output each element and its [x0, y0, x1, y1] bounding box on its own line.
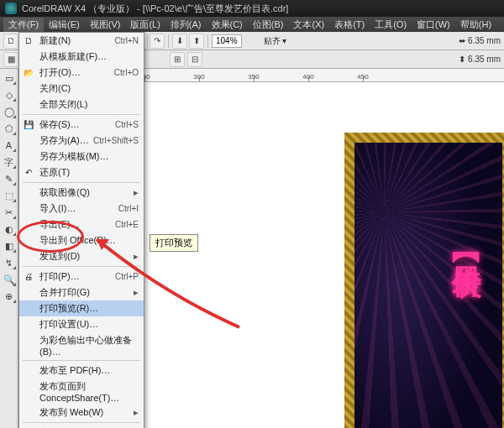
- file-menu-item-18[interactable]: 合并打印(G)▸: [19, 284, 144, 300]
- zoom-level[interactable]: 104%: [212, 34, 242, 48]
- toolbox-tool-10[interactable]: ◧: [2, 238, 17, 253]
- file-menu-item-12[interactable]: 导入(I)…Ctrl+I: [19, 201, 144, 217]
- menu-item-label: 发送到(D): [39, 250, 80, 263]
- file-menu-item-25[interactable]: 发布到 Web(W)▸: [19, 405, 144, 420]
- file-menu-item-6[interactable]: 💾保存(S)…Ctrl+S: [19, 117, 144, 133]
- toolbox-tool-6[interactable]: ✎: [2, 171, 17, 186]
- menu-item-label: 为彩色输出中心做准备(B)…: [39, 334, 139, 357]
- menu-item-icon: ↶: [23, 167, 34, 179]
- file-menu-item-19[interactable]: 打印预览(R)…: [19, 300, 144, 316]
- app-logo-icon: [5, 3, 17, 14]
- file-menu-item-14[interactable]: 导出到 Office(R)…: [19, 232, 144, 248]
- menu-item-icon: [23, 203, 34, 215]
- file-menu-item-0[interactable]: 🗋新建(N)Ctrl+N: [19, 33, 144, 49]
- file-menu-item-7[interactable]: 另存为(A)…Ctrl+Shift+S: [19, 133, 144, 149]
- file-menu-item-2[interactable]: 📂打开(O)…Ctrl+O: [19, 65, 144, 81]
- toolbox-tool-12[interactable]: 🔍: [2, 272, 17, 287]
- menu-item-label: 打印设置(U)…: [39, 318, 98, 331]
- file-menu-item-24[interactable]: 发布页面到 ConceptShare(T)…: [19, 378, 144, 405]
- menu-arrange[interactable]: 排列(A): [165, 18, 207, 32]
- menu-item-label: 从模板新建(F)…: [39, 50, 107, 63]
- menu-item-label: 导出到 Office(R)…: [39, 234, 116, 247]
- menu-item-icon: [23, 340, 34, 352]
- file-menu-item-13[interactable]: 导出(E)…Ctrl+E: [19, 217, 144, 232]
- menu-text[interactable]: 文本(X): [288, 18, 329, 32]
- menu-item-label: 打开(O)…: [39, 66, 81, 79]
- toolbox-tool-4[interactable]: A: [2, 138, 17, 153]
- file-menu-item-20[interactable]: 打印设置(U)…: [19, 316, 144, 332]
- menu-shortcut: Ctrl+I: [118, 204, 139, 213]
- menu-item-icon: [23, 219, 34, 231]
- submenu-arrow-icon: ▸: [134, 287, 139, 298]
- nudge-y: ⬍ 6.35 mm: [459, 55, 501, 64]
- file-menu-item-21[interactable]: 为彩色输出中心做准备(B)…: [19, 332, 144, 358]
- menu-item-label: 还原(T): [39, 166, 70, 179]
- menu-item-icon: [23, 235, 34, 247]
- toolbox-tool-11[interactable]: ↯: [2, 255, 17, 270]
- toolbox-tool-1[interactable]: ◇: [2, 87, 17, 102]
- menu-item-label: 全部关闭(L): [39, 98, 87, 111]
- pb-btn6-icon[interactable]: ⊟: [187, 52, 202, 67]
- submenu-arrow-icon: ▸: [134, 251, 139, 262]
- tb-export-icon[interactable]: ⬆: [189, 34, 204, 49]
- toolbox-tool-5[interactable]: 字: [2, 154, 17, 170]
- toolbox-tool-2[interactable]: ◯: [2, 104, 17, 119]
- menu-item-label: 发布到 Web(W): [39, 406, 103, 419]
- tb-redo-icon[interactable]: ↷: [150, 34, 165, 49]
- toolbox-tool-13[interactable]: ⊕: [2, 289, 17, 304]
- menu-edit[interactable]: 编辑(E): [44, 18, 85, 32]
- menu-help[interactable]: 帮助(H): [455, 18, 496, 32]
- file-menu-item-15[interactable]: 发送到(D)▸: [19, 248, 144, 264]
- menu-item-label: 打印预览(R)…: [39, 302, 98, 315]
- ornate-frame: 【价目表: [344, 133, 504, 428]
- toolbox-tool-3[interactable]: ⬠: [2, 121, 17, 136]
- menu-item-icon: 🖨: [23, 271, 34, 283]
- file-menu-item-8[interactable]: 另存为模板(M)…: [19, 149, 144, 164]
- file-menu-item-9[interactable]: ↶还原(T): [19, 164, 144, 180]
- menu-layout[interactable]: 版面(L): [125, 18, 165, 32]
- menu-tools[interactable]: 工具(O): [370, 18, 412, 32]
- menu-item-icon: [23, 287, 34, 299]
- file-menu-item-27[interactable]: 文档属性(P)…: [19, 425, 144, 428]
- menu-effects[interactable]: 效果(C): [207, 18, 248, 32]
- document-artwork[interactable]: 【价目表: [344, 133, 504, 428]
- menu-view[interactable]: 视图(V): [85, 18, 126, 32]
- toolbox-tool-0[interactable]: ▭: [2, 70, 17, 86]
- toolbox-tool-7[interactable]: ⬚: [2, 188, 17, 203]
- file-menu-item-17[interactable]: 🖨打印(P)…Ctrl+P: [19, 269, 144, 284]
- toolbox-tool-9[interactable]: ◐: [2, 222, 17, 237]
- menu-window[interactable]: 窗口(W): [412, 18, 455, 32]
- tb-new-icon[interactable]: 🗋: [3, 34, 18, 49]
- submenu-arrow-icon: ▸: [134, 407, 139, 418]
- menu-item-label: 合并打印(G): [39, 286, 90, 299]
- ruler-tick-label: 300: [193, 73, 204, 81]
- menu-separator: [23, 360, 140, 361]
- menu-item-icon: [23, 319, 34, 331]
- title-bar: CorelDRAW X4 （专业版） - [\\Pc-02\e\广告\至尊发艺价…: [0, 0, 504, 17]
- file-menu-item-3[interactable]: 关闭(C): [19, 81, 144, 97]
- ruler-tick-label: 450: [357, 73, 368, 81]
- snap-dropdown[interactable]: 贴齐 ▾: [264, 35, 287, 47]
- ruler-tick-label: 350: [248, 73, 259, 81]
- ruler-tick-label: 400: [302, 73, 313, 81]
- menu-shortcut: Ctrl+Shift+S: [93, 136, 139, 145]
- pb-btn5-icon[interactable]: ⊞: [170, 52, 185, 67]
- toolbox-tool-8[interactable]: ✂: [2, 205, 17, 220]
- file-menu-item-4[interactable]: 全部关闭(L): [19, 97, 144, 112]
- menu-shortcut: Ctrl+N: [114, 36, 139, 45]
- menu-item-icon: [23, 386, 34, 398]
- file-menu-item-1[interactable]: 从模板新建(F)…: [19, 49, 144, 65]
- menu-bar: 文件(F) 编辑(E) 视图(V) 版面(L) 排列(A) 效果(C) 位图(B…: [0, 17, 504, 32]
- menu-item-icon: [23, 135, 34, 147]
- tb-import-icon[interactable]: ⬇: [172, 34, 187, 49]
- menu-item-icon: 📂: [23, 67, 34, 79]
- menu-file[interactable]: 文件(F): [3, 18, 44, 32]
- file-menu-item-23[interactable]: 发布至 PDF(H)…: [19, 363, 144, 378]
- menu-bitmap[interactable]: 位图(B): [248, 18, 289, 32]
- menu-table[interactable]: 表格(T): [329, 18, 370, 32]
- file-menu-item-11[interactable]: 获取图像(Q)▸: [19, 185, 144, 201]
- pb-btn1-icon[interactable]: ▦: [3, 52, 18, 67]
- menu-shortcut: Ctrl+P: [115, 272, 139, 281]
- menu-shortcut: Ctrl+E: [115, 220, 139, 229]
- menu-item-label: 获取图像(Q): [39, 186, 90, 199]
